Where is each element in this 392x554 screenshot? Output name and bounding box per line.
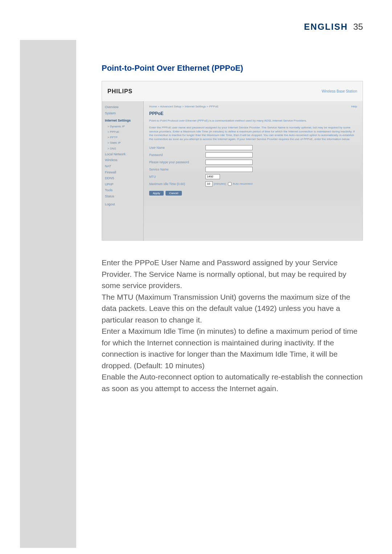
help-link[interactable]: Help [351,105,357,108]
label-mtu: MTU [149,175,205,178]
panel-desc2: Enter the PPPoE user name and password a… [149,126,357,141]
sidebar-overview[interactable]: Overview [104,104,142,110]
pppoe-form: User Name Password Please retype your pa… [149,145,357,196]
label-retype-password: Please retype your password [149,160,205,164]
screenshot-sidebar: Overview System Internet Settings > Dyna… [102,101,144,241]
input-mtu[interactable] [205,174,220,179]
sidebar-ddns[interactable]: DDNS [104,175,142,181]
sidebar-system[interactable]: System [104,110,142,116]
breadcrumb: Home > Advanced Setup > Internet Setting… [149,105,357,108]
sidebar-firewall[interactable]: Firewall [104,169,142,176]
sidebar-internet-settings[interactable]: Internet Settings [104,118,142,124]
input-service-name[interactable] [205,167,253,172]
sidebar-pptp[interactable]: > PPTP [104,135,142,140]
sidebar-wireless[interactable]: Wireless [104,157,142,163]
content-area: Point-to-Point Over Ethernet (PPPoE) PHI… [102,63,363,394]
screenshot-header: PHILIPS Wireless Base Station [102,81,363,101]
paragraph-2: The MTU (Maximum Transmission Unit) gove… [102,291,363,326]
input-password[interactable] [205,152,253,157]
label-idle-time: Maximum Idle Time (0-60) [149,182,205,186]
sidebar-dns[interactable]: > DNS [104,146,142,151]
minutes-label: (minutes) [214,182,226,185]
sidebar-status[interactable]: Status [104,193,142,200]
input-idle-time[interactable] [205,181,213,186]
label-password: Password [149,153,205,157]
input-retype-password[interactable] [205,160,253,165]
panel-desc1: Point-to-Point Protocol over Ethernet (P… [149,119,357,123]
paragraph-3: Enter a Maximum Idle Time (in minutes) t… [102,325,363,371]
label-service-name: Service Name [149,168,205,171]
screenshot-main: Help Home > Advanced Setup > Internet Se… [144,101,363,241]
checkbox-auto-reconnect[interactable] [228,182,232,186]
sidebar-local-network[interactable]: Local Network [104,151,142,157]
body-text: Enter the PPPoE User Name and Password a… [102,257,363,394]
tagline: Wireless Base Station [322,89,357,93]
page-number: 35 [353,22,363,32]
sidebar-logout[interactable]: Logout [104,201,142,208]
sidebar-dynamic-ip[interactable]: > Dynamic IP [104,124,142,129]
apply-button[interactable]: Apply [149,191,164,196]
label-username: User Name [149,146,205,149]
panel-title: PPPoE [149,111,357,116]
section-title: Point-to-Point Over Ethernet (PPPoE) [102,63,363,73]
left-margin-strip [20,40,76,548]
paragraph-4: Enable the Auto-reconnect option to auto… [102,371,363,394]
paragraph-1: Enter the PPPoE User Name and Password a… [102,257,363,291]
input-username[interactable] [205,145,253,150]
sidebar-static-ip[interactable]: > Static IP [104,140,142,145]
page-header: ENGLISH 35 [304,22,363,32]
sidebar-nat[interactable]: NAT [104,163,142,169]
sidebar-pppoe[interactable]: > PPPoE [104,129,142,135]
sidebar-upnp[interactable]: UPnP [104,181,142,188]
sidebar-tools[interactable]: Tools [104,187,142,193]
cancel-button[interactable]: Cancel [166,191,182,196]
screenshot-body: Overview System Internet Settings > Dyna… [102,101,363,241]
philips-logo: PHILIPS [107,88,132,95]
router-screenshot: PHILIPS Wireless Base Station Overview S… [102,81,363,241]
auto-reconnect-label: Auto-reconnect [233,182,252,185]
language-label: ENGLISH [304,22,348,32]
